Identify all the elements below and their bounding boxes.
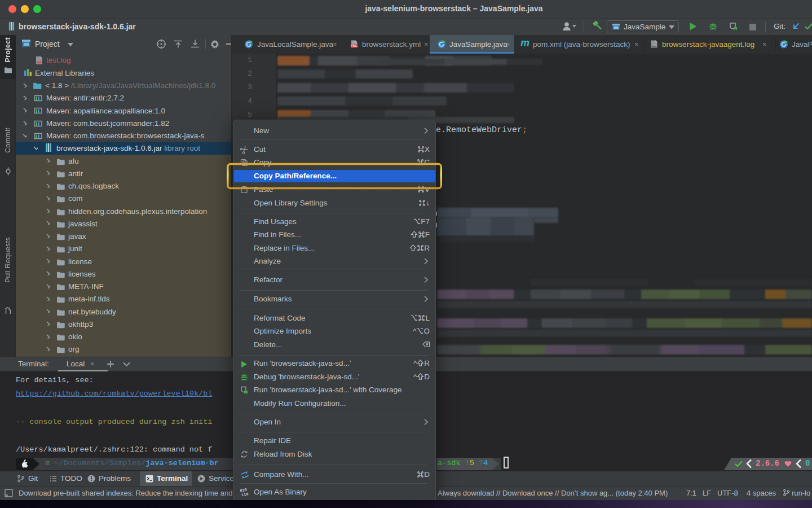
svg-text:YML: YML [351,44,358,47]
svg-text:LOG: LOG [652,45,656,47]
svg-text:110: 110 [241,492,249,496]
